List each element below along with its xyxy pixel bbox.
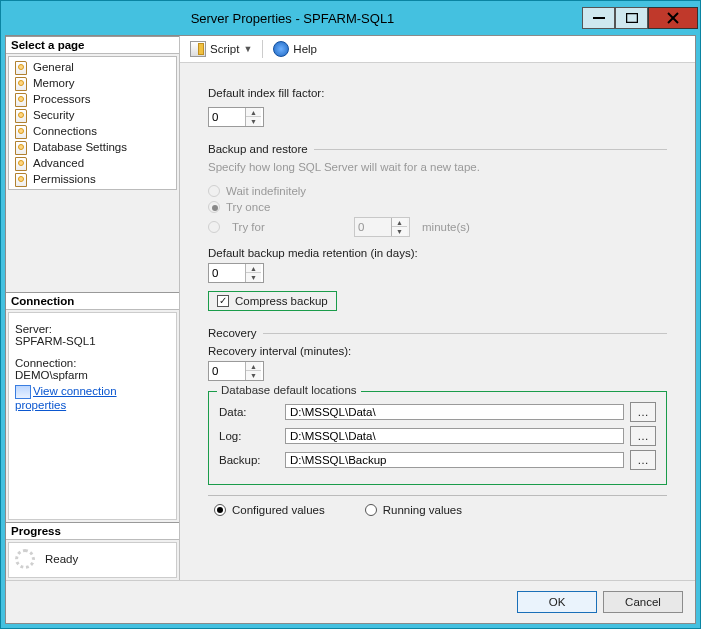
link-icon <box>15 385 31 399</box>
dialog-footer: OK Cancel <box>6 581 695 623</box>
titlebar[interactable]: Server Properties - SPFARM-SQL1 <box>3 3 698 33</box>
page-icon <box>13 156 29 170</box>
page-list: General Memory Processors Security Conne… <box>8 56 177 190</box>
retention-spin[interactable]: ▲▼ <box>245 264 261 282</box>
radio-icon <box>208 185 220 197</box>
page-icon <box>13 124 29 138</box>
log-browse-button[interactable]: … <box>630 426 656 446</box>
radio-icon <box>365 504 377 516</box>
compress-backup-checkbox[interactable]: ✓ Compress backup <box>208 291 337 311</box>
configured-values-radio[interactable]: Configured values <box>214 504 325 516</box>
log-label: Log: <box>219 430 279 442</box>
try-for-radio: Try for ▲▼ minute(s) <box>208 215 667 239</box>
recovery-header: Recovery <box>208 327 257 339</box>
page-item-general[interactable]: General <box>11 59 174 75</box>
db-locations-legend: Database default locations <box>217 384 361 396</box>
script-icon <box>190 41 206 57</box>
backup-label: Backup: <box>219 454 279 466</box>
fill-spin[interactable]: ▲▼ <box>245 108 261 126</box>
recovery-interval-field[interactable] <box>209 362 245 380</box>
page-item-memory[interactable]: Memory <box>11 75 174 91</box>
window-frame: Server Properties - SPFARM-SQL1 Select a… <box>0 0 701 629</box>
page-icon <box>13 108 29 122</box>
page-item-processors[interactable]: Processors <box>11 91 174 107</box>
cancel-button[interactable]: Cancel <box>603 591 683 613</box>
toolbar: Script▼ Help <box>180 36 695 63</box>
page-item-connections[interactable]: Connections <box>11 123 174 139</box>
connection-label: Connection: <box>15 351 170 369</box>
select-page-header: Select a page <box>6 36 179 54</box>
fill-factor-input[interactable]: ▲▼ <box>208 107 264 127</box>
backup-restore-header: Backup and restore <box>208 143 308 155</box>
spin-up-icon: ▲ <box>392 218 407 227</box>
spin-up-icon[interactable]: ▲ <box>246 108 261 117</box>
spin-down-icon: ▼ <box>392 227 407 236</box>
page-icon <box>13 92 29 106</box>
wait-indefinitely-radio: Wait indefinitely <box>208 183 667 199</box>
retention-input[interactable]: ▲▼ <box>208 263 264 283</box>
content-pane: Script▼ Help Default index fill factor: … <box>180 36 695 580</box>
help-icon <box>273 41 289 57</box>
progress-value: Ready <box>45 553 78 565</box>
page-icon <box>13 140 29 154</box>
try-for-spin: ▲▼ <box>391 218 407 236</box>
window-controls <box>582 7 698 29</box>
toolbar-separator <box>262 40 263 58</box>
running-values-radio[interactable]: Running values <box>365 504 462 516</box>
page-icon <box>13 172 29 186</box>
progress-section: Ready <box>8 542 177 578</box>
page-icon <box>13 76 29 90</box>
recovery-spin[interactable]: ▲▼ <box>245 362 261 380</box>
connection-value: DEMO\spfarm <box>15 369 170 385</box>
window-title: Server Properties - SPFARM-SQL1 <box>3 11 582 26</box>
maximize-button[interactable] <box>615 7 648 29</box>
dialog-body: Select a page General Memory Processors … <box>5 35 696 624</box>
log-path-input[interactable] <box>285 428 624 444</box>
recovery-interval-input[interactable]: ▲▼ <box>208 361 264 381</box>
checkbox-icon: ✓ <box>217 295 229 307</box>
try-for-field <box>355 218 391 236</box>
sidebar: Select a page General Memory Processors … <box>6 36 180 580</box>
help-button[interactable]: Help <box>269 39 321 59</box>
radio-icon <box>214 504 226 516</box>
connection-section: Server: SPFARM-SQL1 Connection: DEMO\spf… <box>8 312 177 520</box>
recovery-interval-label: Recovery interval (minutes): <box>208 345 667 357</box>
connection-header: Connection <box>6 292 179 310</box>
radio-icon <box>208 201 220 213</box>
try-once-radio: Try once <box>208 199 667 215</box>
page-item-security[interactable]: Security <box>11 107 174 123</box>
svg-rect-1 <box>626 14 637 23</box>
retention-field[interactable] <box>209 264 245 282</box>
values-radio-group: Configured values Running values <box>208 495 667 516</box>
backup-hint: Specify how long SQL Server will wait fo… <box>208 161 667 173</box>
page-item-permissions[interactable]: Permissions <box>11 171 174 187</box>
try-for-input: ▲▼ <box>354 217 410 237</box>
ok-button[interactable]: OK <box>517 591 597 613</box>
svg-rect-0 <box>593 17 605 19</box>
fill-factor-field[interactable] <box>209 108 245 126</box>
server-label: Server: <box>15 317 170 335</box>
page-item-advanced[interactable]: Advanced <box>11 155 174 171</box>
spin-down-icon[interactable]: ▼ <box>246 117 261 126</box>
backup-path-input[interactable] <box>285 452 624 468</box>
fill-factor-label: Default index fill factor: <box>208 87 667 99</box>
spin-up-icon[interactable]: ▲ <box>246 264 261 273</box>
close-button[interactable] <box>648 7 698 29</box>
radio-icon <box>208 221 220 233</box>
spin-up-icon[interactable]: ▲ <box>246 362 261 371</box>
spin-down-icon[interactable]: ▼ <box>246 273 261 282</box>
page-icon <box>13 60 29 74</box>
script-button[interactable]: Script▼ <box>186 39 256 59</box>
page-item-database-settings[interactable]: Database Settings <box>11 139 174 155</box>
retention-label: Default backup media retention (in days)… <box>208 247 667 259</box>
minimize-button[interactable] <box>582 7 615 29</box>
spinner-icon <box>15 549 35 569</box>
caret-down-icon: ▼ <box>243 44 252 54</box>
data-browse-button[interactable]: … <box>630 402 656 422</box>
data-path-input[interactable] <box>285 404 624 420</box>
db-default-locations-group: Database default locations Data: … Log: … <box>208 391 667 485</box>
spin-down-icon[interactable]: ▼ <box>246 371 261 380</box>
backup-browse-button[interactable]: … <box>630 450 656 470</box>
server-value: SPFARM-SQL1 <box>15 335 170 351</box>
progress-header: Progress <box>6 522 179 540</box>
